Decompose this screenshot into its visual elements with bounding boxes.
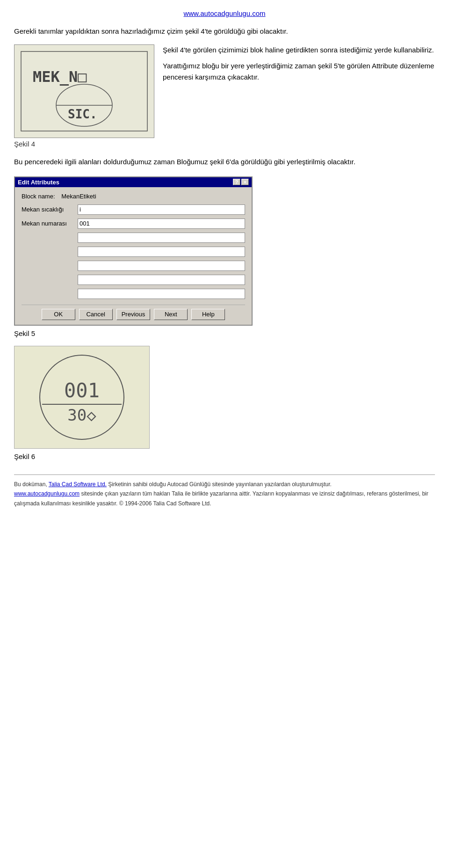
dialog-titlebar: Edit Attributes ? × <box>15 177 252 187</box>
help-button[interactable]: Help <box>191 309 225 320</box>
footer-text2: Şirketinin sahibi olduğu Autocad Günlüğü… <box>107 481 332 488</box>
field-input-2 <box>78 233 245 243</box>
field-row-6 <box>22 289 245 299</box>
sekil4-caption-label: Şekil 4 <box>14 140 154 148</box>
sekil4-image-container: MEK_N□ SIC. Şekil 4 <box>14 44 154 152</box>
dialog-close-btn[interactable]: × <box>241 179 249 185</box>
field-input-0[interactable] <box>78 204 245 215</box>
dialog-title: Edit Attributes <box>18 179 59 186</box>
field-row-4 <box>22 261 245 271</box>
sekil4-image: MEK_N□ SIC. <box>14 44 154 138</box>
previous-button[interactable]: Previous <box>116 309 151 320</box>
dialog-buttons: OK Cancel Previous Next Help <box>22 305 245 320</box>
header-link[interactable]: www.autocadgunlugu.com <box>183 9 265 17</box>
sekil4-block: MEK_N□ SIC. Şekil 4 Şekil 4'te görülen ç… <box>14 44 435 152</box>
field-input-4 <box>78 261 245 271</box>
footer-divider <box>14 474 435 475</box>
intro-paragraph: Gerekli tanımlar yapıldıktan sonra hazır… <box>14 26 435 37</box>
dialog-help-btn[interactable]: ? <box>233 179 240 185</box>
dialog-wrapper: Edit Attributes ? × Block name: MekanEti… <box>14 176 435 326</box>
svg-text:MEK_N□: MEK_N□ <box>33 68 87 86</box>
footer-line2: www.autocadgunlugu.com sitesinde çıkan y… <box>14 489 435 508</box>
field-label-1: Mekan numarası <box>22 220 78 227</box>
block-name-value: MekanEtiketi <box>61 193 96 200</box>
sekil4-svg: MEK_N□ SIC. <box>19 49 150 133</box>
svg-text:001: 001 <box>64 379 100 402</box>
footer: Bu doküman, Talia Cad Software Ltd. Şirk… <box>14 480 435 508</box>
titlebar-buttons: ? × <box>233 179 249 185</box>
footer-text1: Bu doküman, <box>14 481 49 488</box>
block-name-label: Block name: <box>22 193 55 200</box>
edit-attributes-dialog: Edit Attributes ? × Block name: MekanEti… <box>14 176 253 326</box>
header-link-container: www.autocadgunlugu.com <box>14 9 435 17</box>
field-row-0: Mekan sıcaklığı <box>22 204 245 215</box>
footer-line1: Bu doküman, Talia Cad Software Ltd. Şirk… <box>14 480 435 489</box>
field-input-6 <box>78 289 245 299</box>
footer-link1[interactable]: Talia Cad Software Ltd. <box>49 481 107 488</box>
sekil6-image: 001 30◇ <box>14 346 150 449</box>
field-row-1: Mekan numarası <box>22 219 245 229</box>
sekil4-full-text: Bu penceredeki ilgili alanları doldurduğ… <box>14 156 435 168</box>
sekil4-description: Şekil 4'te görülen çizimimizi blok halin… <box>163 44 435 83</box>
next-button[interactable]: Next <box>154 309 188 320</box>
field-label-0: Mekan sıcaklığı <box>22 206 78 213</box>
footer-link2[interactable]: www.autocadgunlugu.com <box>14 490 80 497</box>
field-row-3 <box>22 247 245 257</box>
field-input-3 <box>78 247 245 257</box>
field-input-5 <box>78 275 245 285</box>
block-name-row: Block name: MekanEtiketi <box>22 193 245 200</box>
svg-text:30◇: 30◇ <box>67 406 96 424</box>
cancel-button[interactable]: Cancel <box>79 309 113 320</box>
field-row-5 <box>22 275 245 285</box>
sekil4-para1: Şekil 4'te görülen çizimimizi blok halin… <box>163 44 435 56</box>
sekil5-caption: Şekil 5 <box>14 329 435 337</box>
ok-button[interactable]: OK <box>42 309 75 320</box>
field-row-2 <box>22 233 245 243</box>
sekil4-para2: Yarattığımız bloğu bir yere yerleştirdiğ… <box>163 60 435 83</box>
svg-text:SIC.: SIC. <box>68 107 97 121</box>
dialog-body: Block name: MekanEtiketi Mekan sıcaklığı… <box>15 187 252 325</box>
sekil6-caption: Şekil 6 <box>14 452 435 460</box>
field-input-1[interactable] <box>78 219 245 229</box>
sekil6-svg: 001 30◇ <box>26 350 138 444</box>
